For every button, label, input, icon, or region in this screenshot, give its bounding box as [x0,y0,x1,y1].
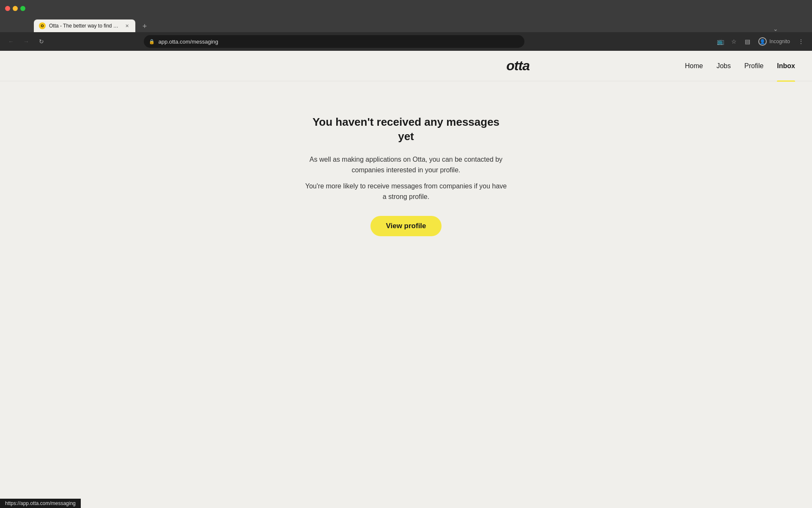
address-bar[interactable]: 🔒 app.otta.com/messaging [144,35,524,48]
new-tab-button[interactable]: + [139,20,151,32]
sidebar-icon[interactable]: ▤ [741,36,753,47]
bookmark-icon[interactable]: ☆ [728,36,740,47]
minimize-button[interactable] [13,6,18,11]
nav-links: Home Jobs Profile Inbox [685,62,796,70]
empty-state-description1: As well as making applications on Otta, … [304,154,508,176]
nav-inbox[interactable]: Inbox [777,62,795,70]
incognito-button[interactable]: 👤 Incognito [755,36,793,47]
tab-bar: O Otta - The better way to find a... ✕ +… [0,17,812,32]
tab-bar-chevron-icon[interactable]: ⌄ [773,25,778,32]
nav-jobs[interactable]: Jobs [716,62,731,70]
empty-state: You haven't received any messages yet As… [304,115,508,236]
browser-titlebar [0,0,812,17]
cast-icon[interactable]: 📺 [714,36,726,47]
incognito-icon: 👤 [758,37,767,46]
status-bar: https://app.otta.com/messaging [0,499,81,508]
refresh-button[interactable]: ↻ [36,36,47,47]
empty-state-title: You haven't received any messages yet [304,115,508,144]
address-bar-row: ← → ↻ 🔒 app.otta.com/messaging 📺 ☆ ▤ 👤 I… [0,32,812,51]
traffic-lights [5,6,25,11]
tab-favicon: O [39,22,46,29]
nav-home[interactable]: Home [685,62,703,70]
forward-button[interactable]: → [20,36,32,47]
browser-actions: 📺 ☆ ▤ 👤 Incognito ⋮ [714,36,807,47]
active-tab[interactable]: O Otta - The better way to find a... ✕ [34,19,135,32]
empty-state-description2: You're more likely to receive messages f… [304,181,508,202]
browser-chrome: O Otta - The better way to find a... ✕ +… [0,0,812,51]
incognito-label: Incognito [769,39,790,44]
app-wrapper: otta Home Jobs Profile Inbox You haven't… [0,51,812,508]
tab-title: Otta - The better way to find a... [49,23,120,29]
close-button[interactable] [5,6,10,11]
logo-area: otta [351,58,685,74]
lock-icon: 🔒 [149,39,155,44]
address-text: app.otta.com/messaging [158,39,218,45]
otta-logo: otta [506,58,529,74]
main-content: You haven't received any messages yet As… [0,81,812,236]
nav-profile[interactable]: Profile [744,62,763,70]
tab-close-button[interactable]: ✕ [123,22,130,29]
back-button[interactable]: ← [5,36,17,47]
view-profile-button[interactable]: View profile [370,216,441,236]
status-url: https://app.otta.com/messaging [5,500,76,506]
maximize-button[interactable] [20,6,25,11]
more-menu-button[interactable]: ⋮ [795,36,807,47]
navbar: otta Home Jobs Profile Inbox [0,51,812,81]
